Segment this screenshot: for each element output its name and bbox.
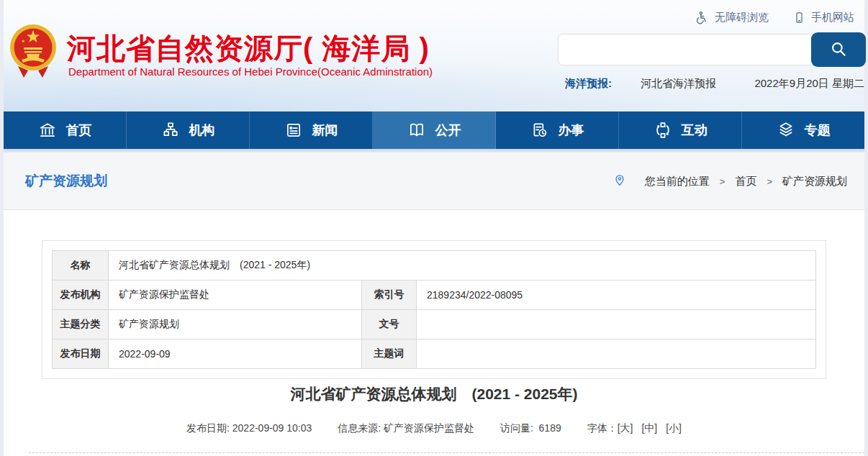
field-value-keywords [417, 339, 816, 369]
nav-label: 专题 [805, 122, 831, 139]
breadcrumb-home-link[interactable]: 首页 [735, 174, 756, 188]
table-row: 发布机构 矿产资源保护监督处 索引号 2189234/2022-08095 [53, 281, 816, 310]
nav-item-services[interactable]: 办事 [496, 111, 619, 149]
field-label-pubdate: 发布日期 [53, 339, 109, 369]
search-button[interactable] [811, 32, 866, 67]
info-source: 信息来源: 矿产资源保护监督处 [338, 422, 474, 434]
breadcrumb-location-label: 您当前的位置 [645, 174, 710, 188]
news-icon [284, 121, 303, 140]
font-size-controls: 字体：[大][中][小] [587, 422, 682, 434]
publish-date: 发布日期: 2022-09-09 10:03 [186, 422, 312, 434]
home-icon [38, 121, 57, 140]
field-label-publisher: 发布机构 [53, 281, 109, 310]
utility-links: 无障碍浏览 手机网站 [695, 11, 854, 24]
table-row: 名称 河北省矿产资源总体规划 (2021 - 2025年) [53, 251, 816, 281]
visit-count: 访问量: 6189 [500, 422, 561, 434]
open-book-icon [407, 121, 426, 140]
document-info-table: 名称 河北省矿产资源总体规划 (2021 - 2025年) 发布机构 矿产资源保… [52, 250, 816, 369]
field-value-publisher: 矿产资源保护监督处 [109, 281, 362, 310]
national-emblem-logo [9, 20, 57, 82]
field-value-index: 2189234/2022-08095 [417, 281, 816, 310]
site-title: 河北省自然资源厅( 海洋局 ) [67, 29, 430, 68]
nav-item-interact[interactable]: 互动 [619, 111, 742, 149]
location-pin-icon [613, 173, 626, 189]
phone-icon [793, 11, 805, 24]
mobile-site-label: 手机网站 [811, 11, 854, 24]
breadcrumb-band: 矿产资源规划 您当前的位置 > 首页 > 矿产资源规划 [4, 152, 864, 210]
field-label-keywords: 主题词 [362, 339, 417, 369]
breadcrumb-current: 矿产资源规划 [782, 174, 847, 188]
interact-icon [654, 121, 672, 140]
forecast-link[interactable]: 河北省海洋预报 [641, 77, 716, 91]
nav-item-org[interactable]: 机构 [127, 111, 250, 149]
section-title: 矿产资源规划 [25, 172, 107, 191]
doc-clock-icon [530, 121, 549, 140]
table-row: 发布日期 2022-09-09 主题词 [53, 339, 816, 369]
font-size-large-button[interactable]: [大] [618, 422, 633, 434]
nav-label: 新闻 [312, 122, 338, 139]
article-title: 河北省矿产资源总体规划 (2021 - 2025年) [4, 384, 864, 404]
site-subtitle: Department of Natural Resources of Hebei… [68, 65, 433, 78]
accessibility-label: 无障碍浏览 [715, 11, 769, 24]
info-table-wrapper: 名称 河北省矿产资源总体规划 (2021 - 2025年) 发布机构 矿产资源保… [42, 240, 826, 379]
nav-item-news[interactable]: 新闻 [250, 111, 373, 149]
search-icon [829, 40, 848, 60]
font-size-small-button[interactable]: [小] [666, 422, 682, 434]
field-label-name: 名称 [53, 251, 109, 281]
search-input[interactable] [558, 34, 815, 65]
nav-label: 公开 [435, 122, 461, 139]
org-chart-icon [161, 121, 180, 140]
main-content: 名称 河北省矿产资源总体规划 (2021 - 2025年) 发布机构 矿产资源保… [4, 210, 864, 456]
breadcrumb: 您当前的位置 > 首页 > 矿产资源规划 [613, 173, 847, 189]
search-area [558, 32, 866, 67]
table-row: 主题分类 矿产资源规划 文号 [53, 310, 816, 339]
forecast-row: 海洋预报: 河北省海洋预报 2022年9月20日 星期二 [565, 77, 864, 91]
dashed-divider [29, 452, 864, 453]
breadcrumb-separator: > [720, 175, 725, 186]
accessibility-link[interactable]: 无障碍浏览 [695, 11, 769, 24]
nav-label: 互动 [682, 122, 707, 139]
nav-label: 机构 [189, 122, 215, 139]
nav-item-home[interactable]: 首页 [4, 111, 127, 149]
nav-item-topics[interactable]: 专题 [742, 111, 864, 149]
nav-item-public[interactable]: 公开 [373, 111, 496, 149]
page-container: 无障碍浏览 手机网站 [4, 0, 864, 456]
field-value-docnum [417, 310, 816, 339]
current-date: 2022年9月20日 星期二 [754, 77, 864, 91]
breadcrumb-separator: > [767, 175, 772, 186]
field-label-category: 主题分类 [53, 310, 109, 339]
field-label-docnum: 文号 [362, 310, 417, 339]
wheelchair-icon [695, 11, 709, 24]
nav-label: 办事 [559, 122, 584, 139]
font-size-medium-button[interactable]: [中] [641, 422, 657, 434]
field-value-pubdate: 2022-09-09 [109, 339, 362, 369]
layers-icon [777, 121, 795, 140]
forecast-label: 海洋预报: [565, 77, 612, 91]
site-header: 无障碍浏览 手机网站 [4, 0, 864, 111]
nav-label: 首页 [66, 122, 92, 139]
article-meta: 发布日期: 2022-09-09 10:03 信息来源: 矿产资源保护监督处 访… [4, 422, 864, 435]
mobile-site-link[interactable]: 手机网站 [793, 11, 854, 24]
field-value-category: 矿产资源规划 [109, 310, 362, 339]
field-label-index: 索引号 [362, 281, 417, 310]
field-value-name: 河北省矿产资源总体规划 (2021 - 2025年) [109, 251, 816, 281]
main-nav: 首页 机构 新闻 [4, 111, 864, 149]
